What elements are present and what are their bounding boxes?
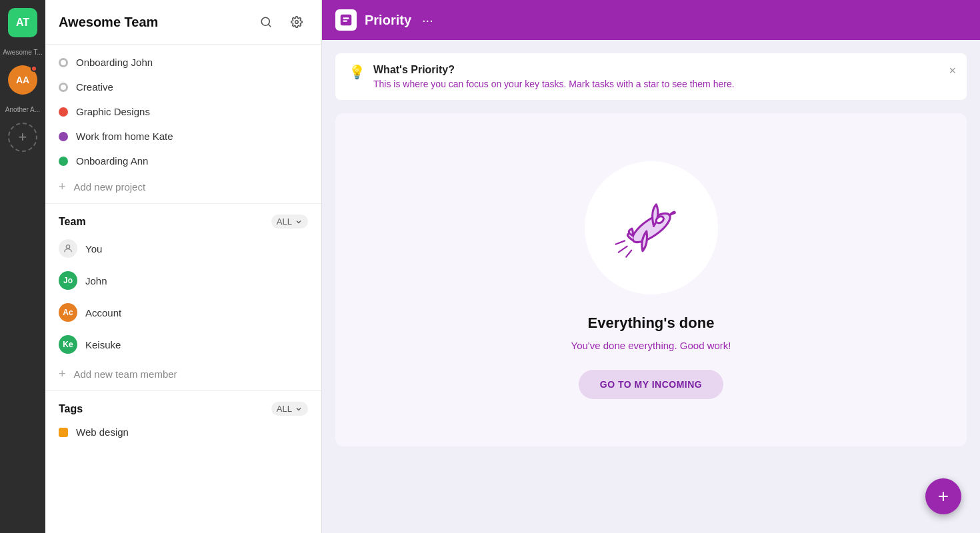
project-item-work-from-home-kate[interactable]: Work from home Kate bbox=[45, 124, 321, 149]
settings-button[interactable] bbox=[285, 11, 308, 33]
tags-all-button[interactable]: ALL bbox=[271, 402, 308, 416]
tags-section-header: Tags ALL bbox=[45, 394, 321, 420]
member-item-john[interactable]: Jo John bbox=[45, 265, 321, 296]
svg-line-1 bbox=[268, 24, 270, 26]
member-item-you[interactable]: You bbox=[45, 233, 321, 265]
account-bar: AT Awesome T... AA Another A... + bbox=[0, 0, 45, 533]
svg-point-7 bbox=[628, 208, 674, 247]
empty-state: Everything's done You've done everything… bbox=[335, 113, 967, 446]
member-item-keisuke[interactable]: Ke Keisuke bbox=[45, 328, 321, 360]
add-workspace-button[interactable]: + bbox=[8, 123, 37, 152]
svg-point-2 bbox=[295, 21, 299, 24]
info-banner-text: What's Priority? This is where you can f… bbox=[373, 64, 735, 89]
topbar-priority-icon bbox=[335, 9, 357, 31]
svg-rect-5 bbox=[343, 17, 349, 19]
team-all-button[interactable]: ALL bbox=[271, 215, 308, 229]
main-content: Priority ··· 💡 What's Priority? This is … bbox=[322, 0, 980, 533]
sidebar-title: Awesome Team bbox=[59, 15, 158, 30]
member-item-account[interactable]: Ac Account bbox=[45, 296, 321, 328]
notification-dot bbox=[31, 65, 37, 72]
topbar-title: Priority bbox=[365, 13, 411, 28]
member-avatar-account: Ac bbox=[59, 303, 77, 322]
member-avatar-john: Jo bbox=[59, 271, 77, 290]
svg-line-9 bbox=[615, 239, 624, 246]
project-item-onboarding-ann[interactable]: Onboarding Ann bbox=[45, 149, 321, 173]
svg-line-11 bbox=[625, 250, 633, 257]
secondary-workspace-avatar[interactable]: AA bbox=[8, 65, 37, 95]
airplane-svg bbox=[605, 181, 698, 274]
sidebar-project-list: Onboarding John Creative Graphic Designs… bbox=[45, 45, 321, 533]
project-item-onboarding-john[interactable]: Onboarding John bbox=[45, 50, 321, 75]
search-button[interactable] bbox=[255, 11, 277, 33]
plus-icon-team: + bbox=[59, 367, 66, 381]
project-dot-work-from-home-kate bbox=[59, 132, 68, 141]
plane-illustration bbox=[585, 161, 718, 294]
svg-point-3 bbox=[66, 245, 69, 249]
search-icon bbox=[260, 16, 272, 28]
primary-workspace-label: Awesome T... bbox=[3, 49, 43, 56]
member-avatar-keisuke: Ke bbox=[59, 335, 77, 354]
svg-rect-4 bbox=[341, 15, 352, 26]
chevron-down-icon-tags bbox=[295, 405, 303, 413]
secondary-workspace-label: Another A... bbox=[5, 106, 40, 113]
info-banner: 💡 What's Priority? This is where you can… bbox=[335, 53, 967, 100]
empty-state-description: You've done everything. Good work! bbox=[571, 340, 731, 351]
add-team-member-button[interactable]: + Add new team member bbox=[45, 360, 321, 388]
sidebar: Awesome Team Onboarding John Creative Gr… bbox=[45, 0, 322, 533]
sidebar-action-icons bbox=[255, 11, 308, 33]
more-options-button[interactable]: ··· bbox=[422, 13, 433, 28]
tag-item-web-design[interactable]: Web design bbox=[45, 420, 321, 444]
info-banner-description: This is where you can focus on your key … bbox=[373, 79, 735, 89]
divider-2 bbox=[45, 390, 321, 391]
empty-state-title: Everything's done bbox=[588, 314, 715, 332]
project-dot-creative bbox=[59, 83, 68, 92]
svg-line-10 bbox=[618, 246, 627, 252]
info-banner-close-button[interactable]: × bbox=[949, 64, 956, 78]
sidebar-header: Awesome Team bbox=[45, 0, 321, 45]
info-banner-title: What's Priority? bbox=[373, 64, 735, 76]
info-banner-icon: 💡 bbox=[349, 64, 365, 80]
tag-dot-web-design bbox=[59, 428, 68, 437]
chevron-down-icon bbox=[295, 218, 303, 226]
gear-icon bbox=[291, 16, 303, 28]
divider bbox=[45, 203, 321, 204]
fab-add-button[interactable]: + bbox=[925, 478, 961, 514]
content-area: 💡 What's Priority? This is where you can… bbox=[322, 40, 980, 533]
primary-workspace-avatar[interactable]: AT bbox=[8, 8, 37, 37]
go-to-incoming-button[interactable]: GO TO MY INCOMING bbox=[579, 370, 723, 399]
plus-icon: + bbox=[59, 180, 66, 194]
member-avatar-you bbox=[59, 239, 77, 258]
project-dot-onboarding-john bbox=[59, 58, 68, 67]
project-dot-graphic-designs bbox=[59, 107, 68, 117]
svg-rect-6 bbox=[343, 20, 347, 21]
team-section-header: Team ALL bbox=[45, 207, 321, 233]
project-dot-onboarding-ann bbox=[59, 157, 68, 166]
topbar: Priority ··· bbox=[322, 0, 980, 40]
add-project-button[interactable]: + Add new project bbox=[45, 173, 321, 201]
project-item-graphic-designs[interactable]: Graphic Designs bbox=[45, 99, 321, 124]
project-item-creative[interactable]: Creative bbox=[45, 75, 321, 99]
